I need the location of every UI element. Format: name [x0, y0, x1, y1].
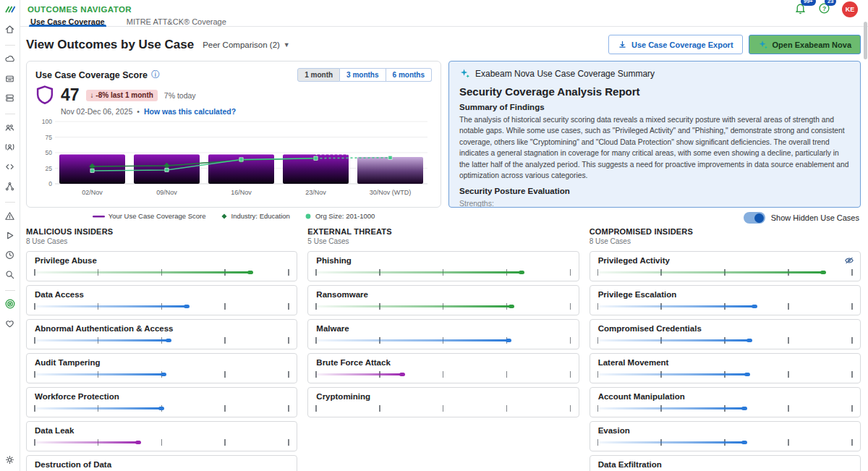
export-button[interactable]: Use Case Coverage Export: [608, 35, 743, 54]
use-case-card[interactable]: Lateral Movement: [590, 353, 861, 383]
use-case-card[interactable]: Account Manipulation: [590, 387, 861, 417]
use-case-card[interactable]: Brute Force Attack: [307, 353, 579, 383]
slider-tick: [224, 303, 226, 310]
slider-tick: [288, 269, 289, 276]
coverage-slider: [35, 405, 289, 412]
score-delta-badge: ↓ -8% last 1 month: [86, 90, 158, 101]
sidebar-item-search[interactable]: [4, 270, 16, 281]
coverage-value-line: [35, 441, 139, 444]
sidebar-item-outcomes-navigator[interactable]: [4, 300, 16, 311]
use-case-card[interactable]: Privilege Escalation: [590, 285, 861, 315]
help-button[interactable]: ? 23: [818, 2, 830, 17]
use-case-label: Evasion: [598, 426, 852, 435]
sidebar-divider: [5, 45, 15, 46]
slider-tick: [851, 337, 853, 344]
slider-tick: [506, 405, 508, 412]
sidebar-item-home[interactable]: [4, 25, 16, 36]
range-button-3-months[interactable]: 3 months: [340, 68, 386, 82]
sidebar-item-watchlist[interactable]: [4, 143, 16, 154]
slider-tick: [288, 371, 289, 378]
sidebar-item-log-storage[interactable]: [4, 93, 16, 105]
tab-mitre-attack-coverage[interactable]: MITRE ATT&CK® Coverage: [125, 17, 228, 26]
use-case-column: EXTERNAL THREATS 5 Use CasesPhishingRans…: [307, 227, 579, 471]
coverage-value-line: [35, 339, 169, 341]
use-case-card[interactable]: Privilege Abuse: [26, 251, 297, 281]
coverage-slider: [316, 269, 570, 276]
sidebar-item-cloud-archive[interactable]: [4, 54, 16, 66]
category-count: 8 Use Cases: [26, 237, 297, 245]
svg-text:30/Nov (WTD): 30/Nov (WTD): [370, 189, 412, 196]
use-case-card[interactable]: Phishing: [307, 251, 579, 281]
scrollbar-thumb[interactable]: [864, 22, 867, 59]
use-case-label: Privilege Abuse: [35, 256, 289, 265]
info-icon[interactable]: ⓘ: [151, 69, 160, 81]
sidebar-item-settings[interactable]: [4, 455, 16, 467]
sidebar-divider: [5, 290, 15, 291]
header-buttons: Use Case Coverage Export Open Exabeam No…: [608, 35, 861, 54]
show-hidden-toggle[interactable]: [744, 212, 765, 224]
sidebar-item-code[interactable]: [4, 162, 16, 174]
slider-tick: [851, 405, 853, 412]
use-case-card[interactable]: Abnormal Authentication & Access: [26, 319, 297, 349]
use-case-label: Audit Tampering: [35, 358, 289, 367]
use-case-label: Cryptomining: [316, 392, 570, 401]
sidebar-item-playbooks[interactable]: [4, 231, 16, 242]
coverage-slider: [35, 269, 289, 276]
use-case-card[interactable]: Workforce Protection: [26, 387, 297, 417]
sidebar-item-alert-triangle[interactable]: [4, 211, 16, 223]
slider-tick: [570, 337, 571, 344]
use-case-card[interactable]: Compromised Credentials: [590, 319, 861, 349]
use-case-card[interactable]: Data Access: [26, 285, 297, 315]
use-case-card[interactable]: Data Leak: [26, 421, 297, 451]
slider-tick: [443, 371, 444, 378]
sparkle-icon: [459, 68, 470, 79]
slider-tick: [506, 371, 508, 378]
coverage-slider: [316, 337, 570, 344]
coverage-slider: [598, 337, 852, 344]
peer-comparison-dropdown[interactable]: Peer Comparison (2) ▼: [203, 41, 290, 49]
category-title: MALICIOUS INSIDERS: [26, 227, 297, 236]
tab-bar: Use Case CoverageMITRE ATT&CK® Coverage: [20, 17, 868, 27]
tab-use-case-coverage[interactable]: Use Case Coverage: [29, 17, 106, 26]
nova-panel-title: Exabeam Nova Use Case Coverage Summary: [475, 69, 655, 79]
search-icon: [4, 269, 15, 283]
range-button-1-month[interactable]: 1 month: [297, 68, 340, 82]
strengths-label: Strengths:: [459, 199, 850, 208]
sidebar-item-history[interactable]: [4, 250, 16, 262]
app-title: OUTCOMES NAVIGATOR: [27, 5, 132, 14]
svg-text:0: 0: [48, 180, 52, 187]
sidebar-item-user-groups[interactable]: [4, 123, 16, 135]
use-case-card[interactable]: Data Exfiltration: [590, 455, 861, 471]
slider-tick: [224, 405, 226, 412]
export-button-label: Use Case Coverage Export: [631, 41, 733, 49]
time-range-selector: 1 month3 months6 months: [297, 68, 432, 82]
use-case-card[interactable]: Privileged Activity: [590, 251, 861, 281]
use-case-card[interactable]: Destruction of Data: [26, 455, 297, 471]
range-button-6-months[interactable]: 6 months: [386, 68, 432, 82]
use-case-label: Destruction of Data: [35, 460, 289, 469]
code-icon: [4, 161, 15, 175]
use-case-label: Phishing: [316, 256, 570, 265]
outcomes-navigator-icon: [4, 298, 16, 313]
sparkle-icon: [758, 40, 768, 50]
open-nova-button[interactable]: Open Exabeam Nova: [749, 35, 861, 54]
sidebar-item-health[interactable]: [4, 319, 16, 331]
use-case-label: Account Manipulation: [598, 392, 852, 401]
sidebar-item-workflow[interactable]: [4, 182, 16, 193]
coverage-value-cap: [158, 407, 164, 410]
use-case-card[interactable]: Cryptomining: [307, 387, 579, 417]
use-case-card[interactable]: Malware: [307, 319, 579, 349]
how-calculated-link[interactable]: How was this calculated?: [144, 107, 236, 116]
sidebar-item-collector[interactable]: [4, 74, 16, 85]
use-case-card[interactable]: Evasion: [590, 421, 861, 451]
sidebar: [0, 0, 20, 471]
use-case-column: MALICIOUS INSIDERS 8 Use CasesPrivilege …: [26, 227, 297, 471]
use-case-card[interactable]: Ransomware: [307, 285, 579, 315]
notifications-button[interactable]: 99+: [794, 2, 807, 17]
svg-text:16/Nov: 16/Nov: [231, 189, 252, 196]
eye-slash-icon[interactable]: [844, 255, 854, 268]
user-avatar[interactable]: KE: [842, 1, 858, 17]
use-case-card[interactable]: Audit Tampering: [26, 353, 297, 383]
log-storage-icon: [4, 93, 15, 106]
coverage-value-line: [316, 305, 512, 307]
